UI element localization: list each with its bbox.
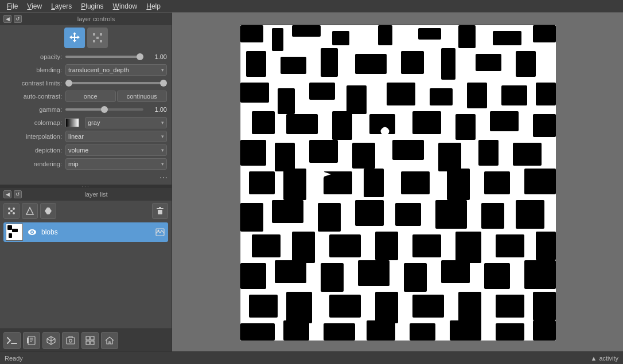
svg-rect-63 [478,140,499,166]
svg-rect-38 [476,54,501,71]
layer-item-blobs[interactable]: blobs [3,222,168,242]
auto-contrast-row: auto-contrast: once continuous [0,89,172,103]
svg-rect-100 [375,292,398,323]
colormap-label: colormap: [5,119,62,126]
svg-rect-51 [332,111,352,140]
refresh-controls-btn[interactable]: ↺ [14,15,22,23]
menubar: File View Layers Plugins Window Help [0,0,623,13]
svg-rect-99 [329,295,361,318]
rendering-select[interactable]: mip ▾ [65,158,167,170]
svg-rect-106 [283,320,309,340]
svg-rect-97 [249,295,278,318]
screenshot-btn[interactable] [62,332,79,349]
tool-icons-row [0,25,172,50]
svg-rect-20 [86,341,89,345]
shapes-layer-btn[interactable] [22,203,38,219]
svg-rect-27 [378,25,392,45]
menu-view[interactable]: View [22,1,46,11]
contrast-limits-slider[interactable] [65,79,167,87]
svg-rect-62 [438,143,461,171]
svg-rect-60 [352,143,375,169]
svg-rect-36 [401,51,424,74]
move-tool-icon[interactable] [64,28,85,48]
left-panel: ◀ ↺ layer controls opacity [0,13,172,351]
home-btn[interactable] [101,332,118,349]
svg-point-2 [8,212,10,214]
terminal-btn[interactable] [3,332,21,349]
points-layer-btn[interactable] [3,203,20,219]
opacity-slider[interactable] [65,53,143,61]
menu-layers[interactable]: Layers [46,1,76,11]
auto-contrast-continuous-btn[interactable]: continuous [117,91,168,102]
depiction-label: depiction: [5,147,62,154]
svg-point-0 [8,208,10,210]
menu-help[interactable]: Help [142,1,165,11]
svg-rect-94 [441,260,470,283]
layer-visibility-blobs-btn[interactable] [26,226,38,238]
svg-rect-16 [67,338,75,344]
interpolation-select[interactable]: linear ▾ [65,131,167,142]
gamma-value: 1.00 [147,106,167,113]
blending-select[interactable]: translucent_no_depth ▾ [65,64,167,76]
layer-thumbnail-blobs [6,224,23,241]
more-options-row: ⋯ [0,171,172,185]
delete-layer-btn[interactable] [152,203,168,219]
svg-rect-40 [240,83,269,103]
svg-rect-66 [283,169,306,200]
layer-name-blobs: blobs [41,228,151,236]
labels-layer-btn[interactable] [40,203,56,219]
rendering-chevron-icon: ▾ [161,161,164,167]
svg-rect-79 [481,203,504,229]
layer-list-title: layer list [24,191,168,198]
svg-rect-95 [484,263,510,289]
svg-rect-111 [496,323,524,340]
depiction-select[interactable]: volume ▾ [65,144,167,156]
auto-contrast-once-btn[interactable]: once [65,91,116,102]
cube-btn[interactable] [42,332,60,349]
svg-rect-102 [458,292,481,323]
rendering-row: rendering: mip ▾ [0,157,172,171]
more-options-btn[interactable]: ⋯ [158,172,169,183]
svg-rect-90 [275,260,306,283]
svg-rect-37 [441,48,455,80]
svg-rect-45 [430,88,453,105]
svg-rect-110 [450,320,481,340]
menu-window[interactable]: Window [108,1,142,11]
svg-point-4 [10,210,13,212]
collapse-controls-btn[interactable]: ◀ [3,15,11,23]
collapse-list-btn[interactable]: ◀ [3,190,11,198]
menu-file[interactable]: File [2,1,22,11]
svg-rect-75 [318,203,341,232]
svg-rect-6 [158,210,162,214]
auto-contrast-toggle-group: once continuous [65,91,167,102]
svg-rect-25 [292,25,321,37]
svg-rect-19 [91,336,94,340]
interpolation-chevron-icon: ▾ [161,134,164,139]
svg-rect-61 [392,140,424,160]
notebook-btn[interactable] [23,332,40,349]
canvas-area[interactable] [172,13,623,351]
svg-rect-91 [321,263,344,292]
main-layout: ◀ ↺ layer controls opacity [0,13,623,351]
refresh-list-btn[interactable]: ↺ [14,190,22,198]
svg-rect-64 [513,143,542,166]
menu-plugins[interactable]: Plugins [76,1,108,11]
transform-tool-icon[interactable] [87,28,108,48]
status-ready: Ready [5,355,23,362]
svg-rect-74 [272,200,303,223]
opacity-value: 1.00 [147,53,167,60]
activity-btn[interactable]: ▲ activity [590,355,618,362]
svg-rect-104 [533,292,556,320]
svg-rect-57 [240,140,266,166]
grid-btn[interactable] [81,332,99,349]
svg-rect-35 [355,54,387,74]
colormap-select[interactable]: gray ▾ [85,117,167,128]
depiction-row: depiction: volume ▾ [0,143,172,157]
svg-rect-15 [27,338,29,343]
statusbar: Ready ▲ activity [0,351,623,364]
svg-rect-44 [387,83,415,105]
svg-rect-39 [516,51,536,77]
gamma-slider[interactable] [65,105,143,113]
bottom-toolbar [0,328,172,351]
svg-rect-84 [375,232,398,260]
